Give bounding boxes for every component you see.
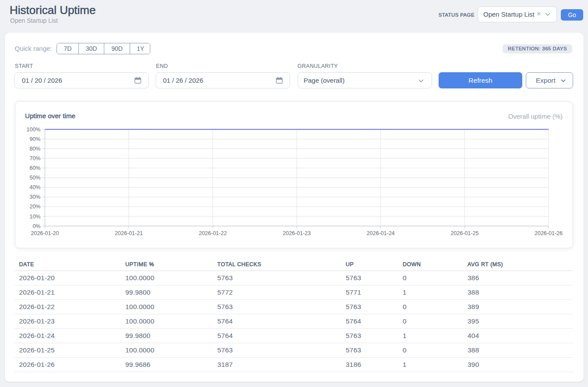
svg-text:2026-01-26: 2026-01-26 bbox=[535, 230, 563, 236]
svg-text:60%: 60% bbox=[29, 165, 40, 171]
svg-text:2026-01-24: 2026-01-24 bbox=[367, 230, 395, 236]
svg-text:100%: 100% bbox=[27, 127, 41, 133]
svg-text:70%: 70% bbox=[29, 155, 40, 162]
svg-text:90%: 90% bbox=[29, 136, 40, 142]
svg-text:30%: 30% bbox=[29, 194, 40, 200]
svg-text:80%: 80% bbox=[29, 146, 40, 152]
svg-text:2026-01-22: 2026-01-22 bbox=[199, 230, 227, 236]
svg-text:2026-01-23: 2026-01-23 bbox=[283, 230, 311, 236]
svg-text:0%: 0% bbox=[32, 223, 40, 229]
svg-text:10%: 10% bbox=[29, 214, 40, 220]
svg-text:2026-01-20: 2026-01-20 bbox=[31, 230, 59, 236]
svg-text:40%: 40% bbox=[29, 184, 40, 190]
svg-text:50%: 50% bbox=[29, 175, 40, 181]
svg-text:20%: 20% bbox=[29, 204, 40, 210]
svg-text:2026-01-25: 2026-01-25 bbox=[450, 230, 478, 236]
svg-text:2026-01-21: 2026-01-21 bbox=[115, 230, 143, 236]
